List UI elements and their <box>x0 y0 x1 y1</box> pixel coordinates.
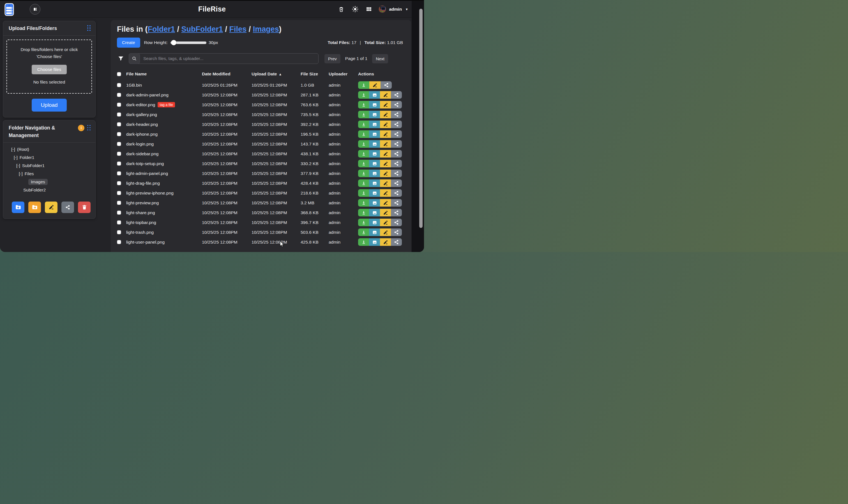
slider-thumb[interactable] <box>171 40 176 46</box>
tree-item-files[interactable]: [-]Files <box>3 170 95 178</box>
edit-button[interactable] <box>380 229 391 236</box>
tag-badge[interactable]: tag a file <box>158 102 175 107</box>
tree-label[interactable]: Images <box>28 179 48 185</box>
file-name[interactable]: 1GB.bin <box>126 83 202 88</box>
row-checkbox[interactable] <box>117 142 121 146</box>
row-height-slider[interactable] <box>171 41 206 44</box>
row-checkbox[interactable] <box>117 112 121 116</box>
create-button[interactable]: Create <box>117 38 140 48</box>
preview-button[interactable] <box>369 169 380 177</box>
column-header-uploader[interactable]: Uploader <box>329 71 358 76</box>
tree-item-folder1[interactable]: [-]Folder1 <box>3 154 95 162</box>
edit-button[interactable] <box>380 130 391 138</box>
download-button[interactable] <box>358 219 369 226</box>
preview-button[interactable] <box>369 179 380 187</box>
edit-button[interactable] <box>369 81 381 89</box>
filerise-logo-icon[interactable] <box>4 3 14 16</box>
preview-button[interactable] <box>369 111 380 118</box>
drag-handle-icon[interactable] <box>87 125 91 131</box>
download-button[interactable] <box>358 150 369 158</box>
row-checkbox[interactable] <box>117 211 121 215</box>
share-button[interactable] <box>391 229 402 236</box>
file-name[interactable]: dark-editor.pngtag a file <box>126 102 202 107</box>
download-button[interactable] <box>358 81 369 89</box>
preview-button[interactable] <box>369 140 380 148</box>
preview-button[interactable] <box>369 209 380 216</box>
preview-button[interactable] <box>369 101 380 108</box>
tree-toggle-icon[interactable]: [-] <box>14 155 18 160</box>
row-checkbox[interactable] <box>117 103 121 107</box>
share-button[interactable] <box>391 209 402 216</box>
row-checkbox[interactable] <box>117 240 121 244</box>
theme-toggle-button[interactable] <box>351 5 359 13</box>
edit-button[interactable] <box>380 160 391 167</box>
preview-button[interactable] <box>369 189 380 197</box>
row-checkbox[interactable] <box>117 161 121 166</box>
file-name[interactable]: dark-sidebar.png <box>126 151 202 157</box>
search-input[interactable] <box>138 53 319 64</box>
rename-folder-button[interactable] <box>45 201 57 213</box>
edit-button[interactable] <box>380 140 391 148</box>
download-button[interactable] <box>358 121 369 128</box>
download-button[interactable] <box>358 199 369 206</box>
download-button[interactable] <box>358 101 369 108</box>
row-checkbox[interactable] <box>117 230 121 234</box>
tree-label[interactable]: (Root) <box>17 147 29 152</box>
file-name[interactable]: light-preview-iphone.png <box>126 191 202 196</box>
share-button[interactable] <box>391 199 402 206</box>
row-checkbox[interactable] <box>117 181 121 185</box>
tree-toggle-icon[interactable]: [-] <box>19 171 23 176</box>
share-button[interactable] <box>391 179 402 187</box>
tree-item-images[interactable]: Images <box>3 178 95 186</box>
drag-handle-icon[interactable] <box>87 25 91 31</box>
file-name[interactable]: dark-gallery.png <box>126 112 202 117</box>
edit-button[interactable] <box>380 179 391 187</box>
share-button[interactable] <box>391 111 402 118</box>
file-name[interactable]: light-admin-panel.png <box>126 171 202 176</box>
share-button[interactable] <box>391 130 402 138</box>
file-name[interactable]: light-share.png <box>126 210 202 215</box>
preview-button[interactable] <box>369 238 380 246</box>
create-folder-button[interactable] <box>12 201 24 213</box>
share-button[interactable] <box>391 121 402 128</box>
file-name[interactable]: dark-totp-setup.png <box>126 161 202 166</box>
preview-button[interactable] <box>369 219 380 226</box>
tree-label[interactable]: Folder1 <box>20 155 35 160</box>
row-checkbox[interactable] <box>117 152 121 156</box>
share-button[interactable] <box>391 91 402 99</box>
share-button[interactable] <box>381 81 392 89</box>
select-all-checkbox[interactable] <box>117 72 121 76</box>
view-grid-button[interactable] <box>365 6 372 13</box>
scrollbar-track[interactable] <box>412 1 424 252</box>
file-name[interactable]: light-topbar.png <box>126 220 202 225</box>
edit-button[interactable] <box>380 189 391 197</box>
download-button[interactable] <box>358 91 369 99</box>
next-page-button[interactable]: Next <box>372 54 388 64</box>
edit-button[interactable] <box>380 111 391 118</box>
column-header-file-size[interactable]: File Size <box>301 71 329 76</box>
edit-button[interactable] <box>380 101 391 108</box>
preview-button[interactable] <box>369 229 380 236</box>
file-name[interactable]: light-preview.png <box>126 200 202 205</box>
file-name[interactable]: light-drag-file.png <box>126 181 202 186</box>
share-button[interactable] <box>391 219 402 226</box>
share-button[interactable] <box>391 140 402 148</box>
preview-button[interactable] <box>369 91 380 99</box>
user-menu[interactable]: admin ▼ <box>378 5 408 13</box>
breadcrumb-link-folder1[interactable]: Folder1 <box>148 25 175 33</box>
tree-item-root[interactable]: [-](Root) <box>3 145 95 154</box>
breadcrumb-link-images[interactable]: Images <box>253 25 279 33</box>
row-checkbox[interactable] <box>117 132 121 136</box>
edit-button[interactable] <box>380 121 391 128</box>
share-button[interactable] <box>391 169 402 177</box>
row-checkbox[interactable] <box>117 122 121 126</box>
file-name[interactable]: dark-header.png <box>126 122 202 127</box>
download-button[interactable] <box>358 160 369 167</box>
share-button[interactable] <box>391 189 402 197</box>
tree-label[interactable]: SubFolder2 <box>23 187 46 193</box>
column-header-upload-date[interactable]: Upload Date▲ <box>251 71 301 76</box>
column-header-date-modified[interactable]: Date Modified <box>202 71 251 76</box>
share-button[interactable] <box>391 160 402 167</box>
column-header-file-name[interactable]: File Name <box>126 71 202 76</box>
choose-files-button[interactable]: Choose files <box>32 65 67 74</box>
